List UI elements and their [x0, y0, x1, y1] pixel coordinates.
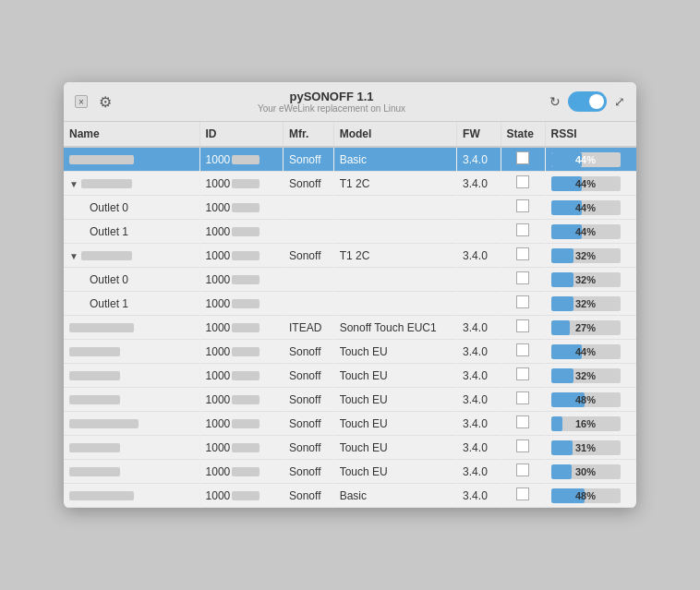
cell-state[interactable] [501, 172, 545, 196]
tree-toggle-icon[interactable]: ▼ [69, 251, 78, 261]
col-header-state: State [501, 122, 545, 147]
rssi-value: 48% [551, 490, 621, 501]
state-checkbox[interactable] [516, 151, 529, 164]
state-checkbox[interactable] [516, 295, 529, 308]
expand-button[interactable]: ⤢ [614, 94, 625, 109]
cell-state[interactable] [501, 316, 545, 340]
cell-name [64, 436, 199, 460]
cell-state[interactable] [501, 268, 545, 292]
state-checkbox[interactable] [516, 415, 529, 428]
table-row[interactable]: 1000SonoffTouch EU3.4.031% [64, 436, 636, 460]
cell-mfr: Sonoff [284, 484, 334, 508]
state-checkbox[interactable] [516, 223, 529, 236]
table-row[interactable]: Outlet 0100044% [64, 196, 636, 220]
cell-rssi: 32% [545, 244, 636, 268]
state-checkbox[interactable] [516, 343, 529, 356]
cell-fw: 3.4.0 [457, 436, 501, 460]
cell-id: 1000 [199, 388, 283, 412]
device-id-redacted [232, 251, 259, 260]
cell-fw: 3.4.0 [457, 460, 501, 484]
rssi-value: 32% [551, 250, 621, 261]
table-row[interactable]: 1000SonoffTouch EU3.4.016% [64, 412, 636, 436]
cell-state[interactable] [501, 388, 545, 412]
table-row[interactable]: 1000ITEADSonoff Touch EUC13.4.027% [64, 316, 636, 340]
cell-state[interactable] [501, 364, 545, 388]
cell-name [64, 147, 199, 172]
device-id-redacted [232, 347, 259, 356]
cell-state[interactable] [501, 460, 545, 484]
table-row[interactable]: 1000SonoffTouch EU3.4.044% [64, 340, 636, 364]
rssi-value: 44% [551, 226, 621, 237]
table-row[interactable]: ▼1000SonoffT1 2C3.4.032% [64, 244, 636, 268]
cell-fw: 3.4.0 [457, 484, 501, 508]
cell-rssi: 30% [545, 460, 636, 484]
cell-rssi: 44% [545, 220, 636, 244]
tree-toggle-icon[interactable]: ▼ [69, 179, 78, 189]
table-row[interactable]: Outlet 1100032% [64, 292, 636, 316]
cell-id: 1000 [199, 292, 283, 316]
state-checkbox[interactable] [516, 488, 529, 500]
cell-mfr [284, 220, 334, 244]
cell-state[interactable] [501, 340, 545, 364]
device-id: 1000 [206, 441, 231, 454]
rssi-bar-container: 48% [551, 392, 621, 407]
cell-state[interactable] [501, 196, 545, 220]
state-checkbox[interactable] [516, 391, 529, 404]
cell-fw: 3.4.0 [457, 388, 501, 412]
state-checkbox[interactable] [516, 439, 529, 452]
cell-id: 1000 [199, 172, 283, 196]
cell-state[interactable] [501, 220, 545, 244]
device-table-container: Name ID Mfr. Model FW State RSSI 1000Son… [64, 122, 636, 508]
cell-id: 1000 [199, 484, 283, 508]
main-window: × ⚙ pySONOFF 1.1 Your eWeLink replacemen… [64, 82, 636, 508]
cell-state[interactable] [501, 244, 545, 268]
rssi-bar-container: 30% [551, 464, 621, 479]
device-name-redacted [69, 467, 120, 476]
rssi-bar-container: 44% [551, 224, 621, 239]
app-subtitle: Your eWeLink replacement on Linux [114, 103, 549, 114]
cell-state[interactable] [501, 292, 545, 316]
settings-button[interactable]: ⚙ [97, 93, 114, 110]
col-header-name: Name [64, 122, 199, 147]
cell-id: 1000 [199, 244, 283, 268]
device-name-redacted [81, 251, 132, 260]
table-row[interactable]: 1000SonoffBasic3.4.048% [64, 484, 636, 508]
state-checkbox[interactable] [516, 367, 529, 380]
rssi-bar-container: 31% [551, 440, 621, 455]
table-row[interactable]: ▼1000SonoffT1 2C3.4.044% [64, 172, 636, 196]
table-row[interactable]: 1000SonoffTouch EU3.4.032% [64, 364, 636, 388]
online-toggle[interactable] [568, 91, 607, 112]
cell-rssi: 44% [545, 172, 636, 196]
refresh-button[interactable]: ↻ [549, 94, 561, 109]
device-id-redacted [232, 419, 259, 428]
state-checkbox[interactable] [516, 464, 529, 476]
state-checkbox[interactable] [516, 247, 529, 260]
cell-state[interactable] [501, 436, 545, 460]
rssi-bar-container: 32% [551, 272, 621, 287]
state-checkbox[interactable] [516, 199, 529, 212]
device-id: 1000 [206, 417, 231, 430]
table-row[interactable]: Outlet 1100044% [64, 220, 636, 244]
cell-name: Outlet 0 [64, 196, 199, 220]
cell-mfr: Sonoff [284, 364, 334, 388]
table-row[interactable]: 1000SonoffBasic3.4.044% [64, 147, 636, 172]
rssi-value: 32% [551, 370, 621, 381]
state-checkbox[interactable] [516, 271, 529, 284]
titlebar-center: pySONOFF 1.1 Your eWeLink replacement on… [114, 90, 549, 114]
cell-mfr [284, 292, 334, 316]
rssi-value: 16% [551, 418, 621, 429]
cell-state[interactable] [501, 147, 545, 172]
cell-rssi: 44% [545, 196, 636, 220]
cell-state[interactable] [501, 484, 545, 508]
state-checkbox[interactable] [516, 175, 529, 188]
cell-id: 1000 [199, 364, 283, 388]
close-button[interactable]: × [75, 95, 88, 108]
state-checkbox[interactable] [516, 319, 529, 332]
table-row[interactable]: 1000SonoffTouch EU3.4.048% [64, 388, 636, 412]
table-row[interactable]: Outlet 0100032% [64, 268, 636, 292]
rssi-value: 27% [551, 322, 621, 333]
cell-fw [457, 292, 501, 316]
titlebar: × ⚙ pySONOFF 1.1 Your eWeLink replacemen… [64, 82, 636, 122]
cell-state[interactable] [501, 412, 545, 436]
table-row[interactable]: 1000SonoffTouch EU3.4.030% [64, 460, 636, 484]
